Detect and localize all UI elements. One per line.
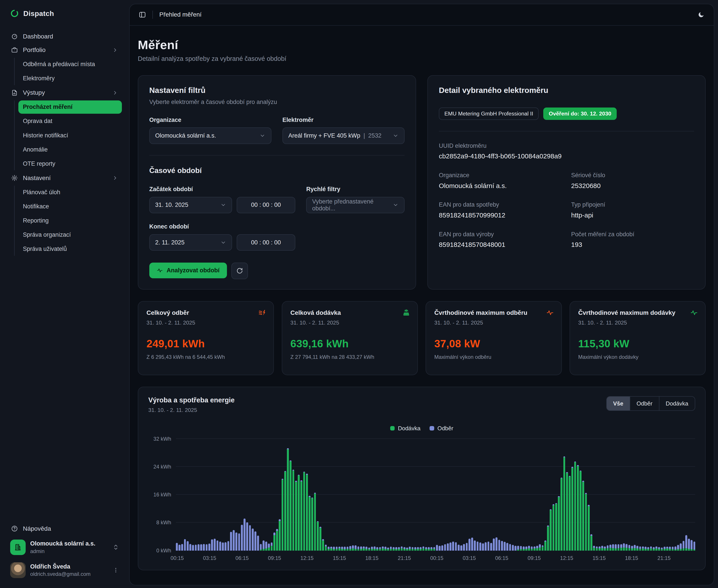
period-end-time-input[interactable]: 00 : 00 : 00 [237,234,295,251]
chart-bar[interactable] [398,547,400,551]
chart-bar[interactable] [463,544,465,551]
chart-bar[interactable] [596,546,598,551]
sidebar-item-proch-zet-m-en-[interactable]: Procházet měření [18,101,122,114]
chart-bar[interactable] [569,476,571,551]
chart-bar[interactable] [252,528,254,550]
chart-bar[interactable] [460,545,462,551]
chart-bar[interactable] [425,547,427,551]
chart-bar[interactable] [189,544,191,551]
chart-bar[interactable] [485,542,487,551]
chart-bar[interactable] [203,544,205,551]
chart-bar[interactable] [376,547,378,551]
chart-bar[interactable] [552,504,554,551]
org-switcher[interactable]: Olomoucká solární a.s. admin [7,536,122,559]
sidebar-item-help[interactable]: Nápověda [7,521,122,536]
chart-bar[interactable] [298,475,300,551]
chart-bar[interactable] [411,547,414,551]
chart-bar[interactable] [338,547,340,550]
chart-bar[interactable] [368,547,370,551]
chart-bar[interactable] [290,460,292,550]
chart-bar[interactable] [325,545,327,551]
chart-bar[interactable] [176,543,178,551]
chart-bar[interactable] [382,546,384,551]
chart-bar[interactable] [333,547,335,550]
chart-bar[interactable] [574,461,576,551]
chart-bar[interactable] [634,545,636,550]
chart-bar[interactable] [512,545,514,550]
chart-bar[interactable] [357,546,359,551]
quick-filters-select[interactable]: Vyberte přednastavené období... [306,197,405,213]
chart-bar[interactable] [588,505,590,551]
chart-bar[interactable] [346,547,349,550]
sidebar-item-dashboard[interactable]: Dashboard [7,30,122,43]
chart-bar[interactable] [214,539,216,551]
chart-bar[interactable] [330,547,332,550]
chart-bar[interactable] [384,547,386,550]
chart-bar[interactable] [474,541,476,551]
chart-bar[interactable] [355,545,357,551]
chart-bar[interactable] [694,542,695,551]
chart-bar[interactable] [482,543,484,551]
chart-bar[interactable] [561,478,563,551]
chart-bar[interactable] [238,533,240,550]
chart-bar[interactable] [262,541,265,551]
chart-bar[interactable] [341,547,343,550]
analyze-period-button[interactable]: Analyzovat období [149,262,227,278]
chart-bar[interactable] [579,470,582,550]
chart-bar[interactable] [395,547,397,551]
chart-bar[interactable] [617,544,619,550]
chart-bar[interactable] [674,546,676,551]
chart-bar[interactable] [439,546,441,551]
chart-bar[interactable] [417,547,419,551]
chart-bar[interactable] [352,545,354,551]
chart-bar[interactable] [555,503,557,551]
chart-bar[interactable] [317,521,319,551]
sidebar-item-spr-va-u-ivatel-[interactable]: Správa uživatelů [18,243,122,256]
chart-bar[interactable] [211,539,213,551]
chart-bar[interactable] [563,456,565,551]
chart-bar[interactable] [631,546,633,551]
chart-bar[interactable] [444,544,446,550]
chart-bar[interactable] [208,544,210,551]
chart-toggle-dod-vka[interactable]: Dodávka [659,397,695,411]
chart-bar[interactable] [523,546,525,551]
chart-bar[interactable] [487,542,489,551]
chart-bar[interactable] [227,541,229,551]
chart-bar[interactable] [517,546,519,551]
chart-bar[interactable] [319,527,321,550]
chart-bar[interactable] [401,546,403,551]
chart-bar[interactable] [669,547,671,550]
chart-bar[interactable] [374,546,376,551]
chart-bar[interactable] [379,547,381,551]
chart-bar[interactable] [336,547,338,550]
chart-bar[interactable] [430,547,432,551]
chart-bar[interactable] [601,546,603,551]
chart-bar[interactable] [233,530,235,551]
chart-bar[interactable] [468,539,470,551]
sidebar-item-v-stupy[interactable]: Výstupy [7,86,122,100]
chart-bar[interactable] [582,481,584,551]
chart-bar[interactable] [490,543,492,551]
chart-toggle-odb-r[interactable]: Odběr [630,397,659,411]
chart-bar[interactable] [219,542,221,551]
chart-bar[interactable] [273,532,275,551]
chart-bar[interactable] [612,544,614,550]
chart-bar[interactable] [192,545,194,550]
legend-item[interactable]: Dodávka [390,425,421,432]
chart-bar[interactable] [666,547,668,550]
chart-bar[interactable] [428,547,430,551]
sidebar-item-reporting[interactable]: Reporting [18,214,122,227]
meter-select[interactable]: Areál firmy + FVE 405 kWp | 2532 [282,127,405,144]
sidebar-item-elektrom-ry[interactable]: Elektroměry [18,72,122,85]
chart-bar[interactable] [363,546,365,551]
chart-bar[interactable] [260,544,262,551]
chart-bar[interactable] [344,547,346,550]
chart-bar[interactable] [615,544,617,550]
chart-bar[interactable] [528,546,530,551]
sidebar-item-portfolio[interactable]: Portfolio [7,43,122,57]
sidebar-item-historie-notifikac-[interactable]: Historie notifikací [18,129,122,142]
legend-item[interactable]: Odběr [429,425,453,432]
chart-bar[interactable] [200,544,202,550]
chart-bar[interactable] [422,546,424,551]
chart-bar[interactable] [544,541,546,551]
